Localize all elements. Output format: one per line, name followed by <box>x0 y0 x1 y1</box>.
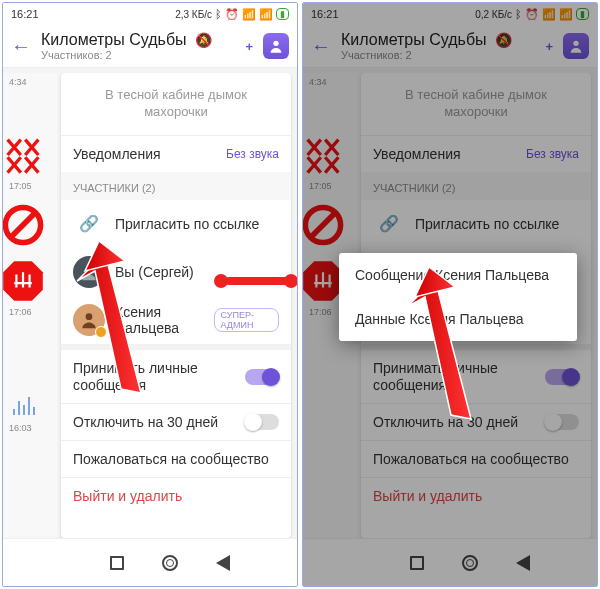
super-admin-badge: СУПЕР-АДМИН <box>214 308 279 332</box>
participants-header: УЧАСТНИКИ (2) <box>61 172 291 200</box>
status-time: 16:21 <box>311 8 339 20</box>
participant-you[interactable]: Вы (Сергей) <box>61 248 291 296</box>
chat-title: Километры Судьбы 🔕 <box>41 31 235 49</box>
popup-message[interactable]: Сообщение Ксения Пальцева <box>339 253 577 297</box>
report-row[interactable]: Пожаловаться на сообщество <box>361 441 591 477</box>
phone-right: 16:21 0,2 КБ/с ᛒ ⏰ 📶 📶 ▮ ← Километры Суд… <box>302 2 598 587</box>
battery-icon: ▮ <box>576 8 589 20</box>
disable-30-row[interactable]: Отключить на 30 дней <box>361 404 591 440</box>
svg-line-18 <box>310 212 336 238</box>
leave-row[interactable]: Выйти и удалить <box>361 478 591 514</box>
disable-30-row[interactable]: Отключить на 30 дней <box>61 404 291 440</box>
report-row[interactable]: Пожаловаться на сообщество <box>61 441 291 477</box>
chat-header: ← Километры Судьбы 🔕 Участников: 2 + <box>3 25 297 68</box>
add-plus-icon[interactable]: + <box>545 39 553 54</box>
svg-point-16 <box>573 41 578 46</box>
nav-recent[interactable] <box>110 556 124 570</box>
toggle-private-messages[interactable] <box>245 369 279 385</box>
chat-description: В тесной кабине дымок махорочки <box>61 73 291 135</box>
chat-subtitle: Участников: 2 <box>341 49 535 61</box>
notifications-row[interactable]: Уведомления Без звука <box>361 136 591 172</box>
nav-home[interactable] <box>162 555 178 571</box>
battery-icon: ▮ <box>276 8 289 20</box>
statusbar: 16:21 2,3 КБ/с ᛒ ⏰ 📶 📶 ▮ <box>3 3 297 25</box>
link-icon: 🔗 <box>373 208 405 240</box>
signal-icon: 📶 <box>242 8 256 21</box>
mute-icon: 🔕 <box>195 32 212 48</box>
participant-member[interactable]: Ксения Пальцева СУПЕР-АДМИН <box>61 296 291 344</box>
alarm-icon: ⏰ <box>525 8 539 21</box>
add-member-button[interactable] <box>263 33 289 59</box>
watermark-slash-icon <box>3 133 45 177</box>
status-speed: 0,2 КБ/с <box>475 9 512 20</box>
private-messages-toggle-row[interactable]: Принимать личные сообщения <box>361 350 591 404</box>
status-time: 16:21 <box>11 8 39 20</box>
chat-subtitle: Участников: 2 <box>41 49 235 61</box>
watermark-circle-slash-icon <box>303 203 345 247</box>
participants-header: УЧАСТНИКИ (2) <box>361 172 591 200</box>
nav-bar <box>3 538 297 586</box>
chat-header: ← Километры Судьбы 🔕 Участников: 2 + <box>303 25 597 68</box>
watermark-stop-icon <box>3 259 45 303</box>
nav-recent[interactable] <box>410 556 424 570</box>
alarm-icon: ⏰ <box>225 8 239 21</box>
nav-bar <box>303 538 597 586</box>
mute-status: Без звука <box>526 147 579 161</box>
admin-badge-icon <box>95 326 107 338</box>
invite-link-row[interactable]: 🔗 Пригласить по ссылке <box>361 200 591 248</box>
chat-title: Километры Судьбы 🔕 <box>341 31 535 49</box>
toggle-private-messages[interactable] <box>545 369 579 385</box>
popup-data[interactable]: Данные Ксения Пальцева <box>339 297 577 341</box>
context-popup: Сообщение Ксения Пальцева Данные Ксения … <box>339 253 577 341</box>
nav-back[interactable] <box>516 555 530 571</box>
mute-icon: 🔕 <box>495 32 512 48</box>
avatar <box>73 304 105 336</box>
add-member-button[interactable] <box>563 33 589 59</box>
status-speed: 2,3 КБ/с <box>175 9 212 20</box>
wifi-icon: 📶 <box>259 8 273 21</box>
chat-preview-strip: 4:34 17:05 17:06 16:03 <box>3 73 57 538</box>
leave-row[interactable]: Выйти и удалить <box>61 478 291 514</box>
svg-line-2 <box>10 212 36 238</box>
svg-point-9 <box>86 265 93 272</box>
svg-point-0 <box>273 41 278 46</box>
wifi-icon: 📶 <box>559 8 573 21</box>
chat-description: В тесной кабине дымок махорочки <box>361 73 591 135</box>
nav-back[interactable] <box>216 555 230 571</box>
chat-settings-panel: В тесной кабине дымок махорочки Уведомле… <box>61 73 291 538</box>
toggle-disable-30[interactable] <box>245 414 279 430</box>
signal-icon: 📶 <box>542 8 556 21</box>
invite-link-row[interactable]: 🔗 Пригласить по ссылке <box>61 200 291 248</box>
bluetooth-icon: ᛒ <box>215 8 222 20</box>
bluetooth-icon: ᛒ <box>515 8 522 20</box>
avatar <box>73 256 105 288</box>
svg-point-10 <box>86 313 93 320</box>
notifications-row[interactable]: Уведомления Без звука <box>61 136 291 172</box>
add-plus-icon[interactable]: + <box>245 39 253 54</box>
watermark-circle-slash-icon <box>3 203 45 247</box>
nav-home[interactable] <box>462 555 478 571</box>
toggle-disable-30[interactable] <box>545 414 579 430</box>
back-button[interactable]: ← <box>311 35 331 58</box>
private-messages-toggle-row[interactable]: Принимать личные сообщения <box>61 350 291 404</box>
mute-status: Без звука <box>226 147 279 161</box>
phone-left: 16:21 2,3 КБ/с ᛒ ⏰ 📶 📶 ▮ ← Километры Суд… <box>2 2 298 587</box>
voice-wave-icon <box>11 391 47 417</box>
watermark-slash-icon <box>303 133 345 177</box>
back-button[interactable]: ← <box>11 35 31 58</box>
statusbar: 16:21 0,2 КБ/с ᛒ ⏰ 📶 📶 ▮ <box>303 3 597 25</box>
link-icon: 🔗 <box>73 208 105 240</box>
